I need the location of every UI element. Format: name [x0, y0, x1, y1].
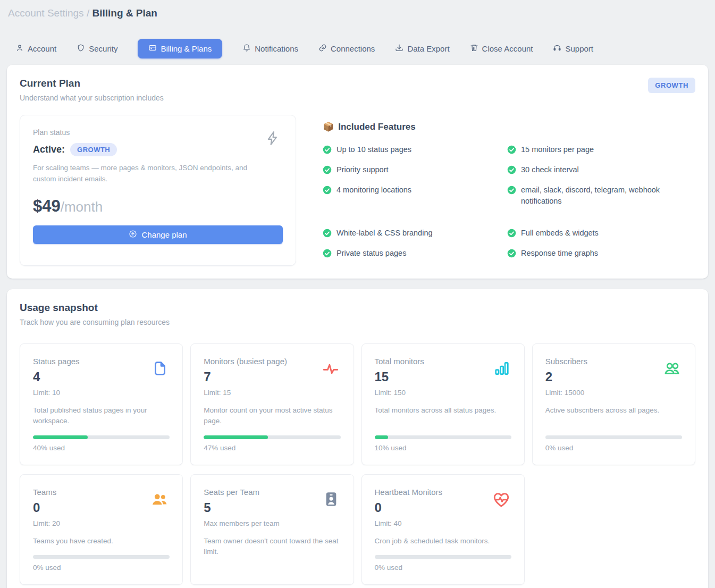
feature-item: 15 monitors per page — [507, 144, 695, 156]
tab-label: Support — [565, 44, 593, 53]
check-circle-icon — [507, 229, 516, 238]
headset-icon — [553, 44, 561, 54]
usage-subtitle: Track how you are consuming plan resourc… — [20, 318, 170, 326]
feature-item: Private status pages — [323, 248, 506, 259]
feature-item: Full embeds & widgets — [507, 228, 695, 239]
settings-tab-bar: Account Security Billing & Plans Notific… — [7, 38, 708, 58]
shield-icon — [77, 44, 85, 54]
tab-account[interactable]: Account — [15, 39, 56, 58]
check-circle-icon — [507, 249, 516, 258]
bell-icon — [242, 44, 251, 54]
breadcrumb-section[interactable]: Account Settings — [8, 7, 84, 19]
tab-label: Security — [89, 44, 117, 53]
change-plan-label: Change plan — [141, 230, 187, 239]
download-icon — [395, 44, 403, 54]
tab-security[interactable]: Security — [77, 39, 117, 58]
lightning-bolt-icon — [265, 130, 281, 148]
bar-chart-icon — [493, 360, 510, 379]
feature-item: email, slack, discord, telegram, webhook… — [507, 184, 677, 208]
user-icon — [15, 44, 24, 54]
plan-tier-badge: GROWTH — [648, 78, 695, 93]
tab-notifications[interactable]: Notifications — [242, 39, 298, 58]
check-circle-icon — [323, 165, 332, 174]
usage-snapshot-panel: Usage snapshot Track how you are consumi… — [7, 289, 708, 588]
package-icon: 📦 — [323, 121, 334, 132]
check-circle-icon — [507, 145, 516, 154]
check-circle-icon — [323, 249, 332, 258]
check-circle-icon — [323, 186, 332, 195]
plan-status-badge: GROWTH — [70, 143, 117, 156]
usage-card-heartbeat-monitors: Heartbeat Monitors 0 Limit: 40 Cron job … — [361, 474, 525, 585]
usage-progress: 0% used — [33, 547, 170, 572]
users-filled-icon — [150, 491, 169, 511]
plan-price: $49 — [33, 197, 61, 215]
heart-pulse-icon — [492, 491, 510, 511]
usage-title: Usage snapshot — [20, 302, 170, 314]
tab-connections[interactable]: Connections — [318, 39, 375, 58]
feature-item: Response time graphs — [507, 248, 695, 259]
billing-plan-page: Account Settings / Billing & Plan Accoun… — [0, 0, 715, 588]
usage-card-subscribers: Subscribers 2 Limit: 15000 Active subscr… — [532, 343, 695, 465]
tab-label: Connections — [331, 44, 375, 53]
usage-card-monitors-busiest: Monitors (busiest page) 7 Limit: 15 Moni… — [190, 343, 354, 465]
trash-icon — [470, 44, 478, 54]
usage-progress: 40% used — [33, 427, 170, 452]
tab-label: Account — [28, 44, 56, 53]
usage-progress: 47% used — [204, 427, 340, 452]
plan-status-value: Active: — [33, 144, 65, 155]
feature-item: Up to 10 status pages — [323, 144, 506, 156]
usage-card-teams: Teams 0 Limit: 20 Teams you have created… — [20, 474, 183, 585]
plan-status-label: Plan status — [33, 128, 283, 137]
included-features: 📦 Included Features Up to 10 status page… — [323, 115, 695, 266]
breadcrumb-page: Billing & Plan — [92, 7, 157, 19]
breadcrumb: Account Settings / Billing & Plan — [7, 5, 708, 19]
current-plan-panel: Current Plan Understand what your subscr… — [7, 65, 708, 279]
tab-label: Notifications — [255, 44, 298, 53]
tab-label: Billing & Plans — [161, 44, 212, 53]
check-circle-icon — [323, 229, 332, 238]
tab-label: Close Account — [482, 44, 533, 53]
tab-support[interactable]: Support — [553, 39, 593, 58]
check-circle-icon — [323, 145, 332, 154]
feature-item: 30 check interval — [507, 164, 695, 176]
usage-progress: 0% used — [375, 547, 511, 572]
breadcrumb-separator: / — [87, 7, 89, 19]
feature-item: 4 monitoring locations — [323, 184, 506, 208]
plan-status-card: Plan status Active: GROWTH For scaling t… — [20, 115, 296, 266]
feature-item: White-label & CSS branding — [323, 228, 506, 239]
credit-card-icon — [148, 44, 157, 54]
usage-card-seats-per-team: Seats per Team 5 Max members per team Te… — [190, 474, 354, 585]
current-plan-title: Current Plan — [20, 78, 164, 89]
tab-billing-plans[interactable]: Billing & Plans — [138, 39, 222, 58]
arrow-up-circle-icon — [129, 230, 137, 240]
usage-grid: Status pages 4 Limit: 10 Total published… — [20, 343, 695, 585]
tab-data-export[interactable]: Data Export — [395, 39, 449, 58]
included-features-title: Included Features — [338, 122, 415, 132]
file-icon — [152, 360, 169, 379]
usage-progress: 10% used — [375, 427, 511, 452]
check-circle-icon — [507, 186, 516, 195]
change-plan-button[interactable]: Change plan — [33, 225, 283, 244]
link-icon — [318, 44, 327, 54]
check-circle-icon — [507, 165, 516, 174]
plan-price-period: /month — [61, 199, 103, 215]
activity-icon — [322, 360, 340, 380]
usage-card-status-pages: Status pages 4 Limit: 10 Total published… — [20, 343, 183, 465]
id-badge-icon — [323, 491, 340, 510]
feature-item: Priority support — [323, 164, 506, 176]
tab-close-account[interactable]: Close Account — [470, 39, 533, 58]
tab-label: Data Export — [407, 44, 449, 53]
users-outline-icon — [663, 360, 681, 380]
usage-progress: 0% used — [545, 427, 682, 452]
plan-description: For scaling teams — more pages & monitor… — [33, 163, 256, 185]
current-plan-subtitle: Understand what your subscription includ… — [20, 94, 164, 102]
features-grid: Up to 10 status pages 15 monitors per pa… — [323, 144, 695, 259]
usage-card-total-monitors: Total monitors 15 Limit: 150 Total monit… — [361, 343, 525, 465]
